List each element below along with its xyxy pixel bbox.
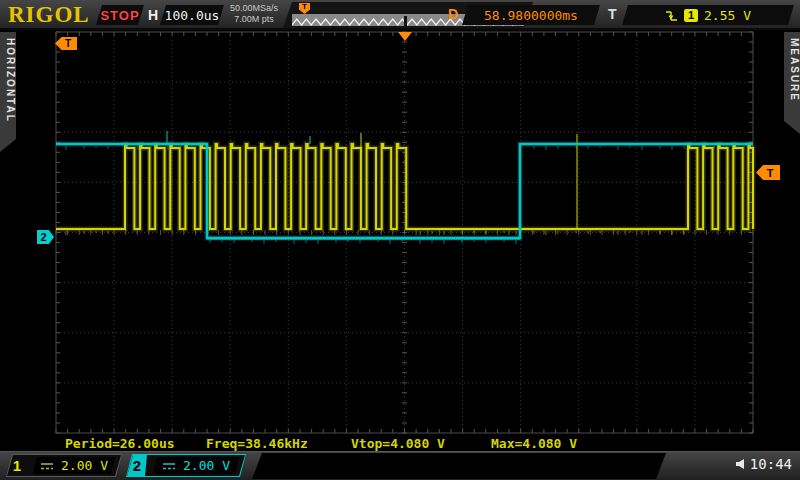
clock-time: 10:44	[750, 456, 792, 472]
preview-trigger-marker: T	[299, 3, 310, 14]
trigger-readout[interactable]: 1 2.55 V	[622, 5, 794, 25]
channel2-scale: 2.00 V	[183, 458, 230, 473]
delay-value: 58.9800000ms	[484, 8, 578, 23]
channel1-scale: 2.00 V	[61, 458, 108, 473]
oscilloscope-screen: T T 2 Period=26.00us Freq=38.46kHz Vtop=…	[0, 0, 800, 480]
channel2-indicator[interactable]: 2 2.00 V	[126, 454, 246, 477]
tab-horizontal[interactable]: HORIZONTAL	[0, 32, 16, 152]
sample-rate: 50.00MSa/s	[226, 3, 282, 14]
falling-edge-icon	[665, 9, 678, 22]
run-status-label: STOP	[100, 8, 139, 23]
measurement-period: Period=26.00us	[65, 436, 175, 451]
delay-readout[interactable]: 58.9800000ms	[462, 5, 600, 25]
timebase-value: 100.0us	[165, 8, 220, 23]
measurement-max: Max=4.080 V	[491, 436, 577, 451]
measurement-freq: Freq=38.46kHz	[206, 436, 308, 451]
trigger-label: T	[608, 6, 617, 22]
trigger-source-badge: 1	[684, 9, 698, 22]
top-status-bar: RIGOL STOP H 100.0us 50.00MSa/s 7.00M pt…	[0, 0, 800, 30]
horizontal-label: H	[148, 7, 158, 23]
timebase-readout[interactable]: 100.0us	[160, 5, 224, 25]
trigger-position-marker[interactable]	[398, 32, 412, 41]
dc-coupling-icon	[162, 461, 176, 471]
memory-depth: 7.00M pts	[226, 14, 282, 25]
delay-label: D	[448, 6, 458, 22]
dc-coupling-icon	[40, 461, 54, 471]
bottom-status-bar: 1 2.00 V 2 2.00 V	[0, 451, 800, 480]
channel1-indicator[interactable]: 1 2.00 V	[6, 454, 122, 477]
run-status[interactable]: STOP	[96, 5, 144, 25]
waveform-display	[0, 0, 800, 480]
clock: 10:44	[735, 456, 792, 472]
channel2-number: 2	[127, 455, 147, 476]
measurement-vtop: Vtop=4.080 V	[351, 436, 445, 451]
acquisition-info: 50.00MSa/s 7.00M pts	[226, 3, 282, 25]
message-area	[252, 453, 666, 479]
trigger-level-value: 2.55 V	[704, 8, 751, 23]
rigol-logo: RIGOL	[8, 2, 90, 28]
tab-measure[interactable]: MEASURE	[784, 32, 800, 134]
speaker-icon	[735, 458, 747, 470]
channel1-number: 1	[7, 457, 27, 474]
